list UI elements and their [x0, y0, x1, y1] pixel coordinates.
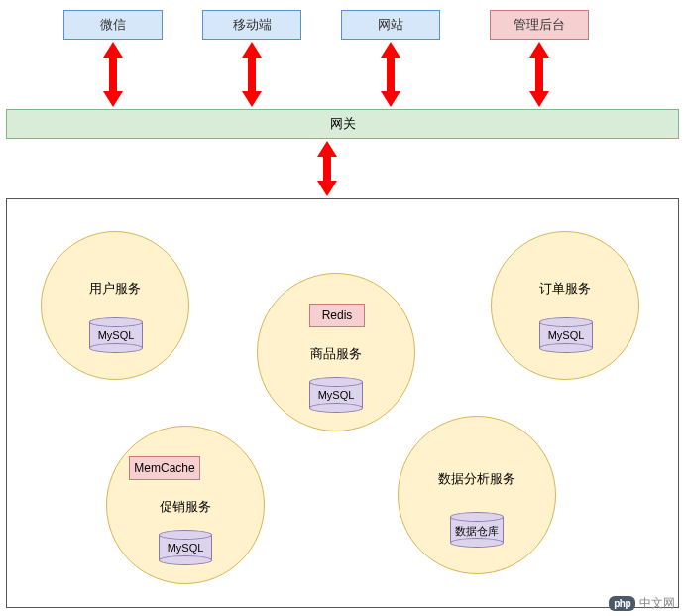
arrow-admin-gateway	[529, 42, 549, 107]
cache-promotion-label: MemCache	[134, 461, 194, 475]
gateway-label: 网关	[330, 115, 356, 133]
client-website-label: 网站	[378, 16, 403, 34]
svg-marker-4	[317, 141, 337, 196]
client-website: 网站	[341, 10, 440, 40]
gateway-box: 网关	[6, 109, 679, 139]
watermark-logo: php	[609, 596, 635, 611]
service-user-title: 用户服务	[42, 280, 188, 298]
client-wechat: 微信	[63, 10, 163, 40]
db-order: MySQL	[539, 317, 593, 353]
db-product-label: MySQL	[309, 389, 363, 401]
service-order: 订单服务 MySQL	[491, 231, 639, 380]
service-promotion-title: 促销服务	[107, 498, 264, 516]
svg-marker-0	[103, 42, 123, 107]
arrow-gateway-services	[317, 141, 337, 196]
service-analytics: 数据分析服务 数据仓库	[398, 416, 556, 574]
client-admin-label: 管理后台	[514, 16, 565, 34]
service-analytics-title: 数据分析服务	[399, 470, 555, 488]
watermark-text: 中文网	[639, 595, 675, 612]
db-user: MySQL	[89, 317, 143, 353]
arrow-wechat-gateway	[103, 42, 123, 107]
service-product-title: 商品服务	[258, 345, 414, 363]
db-order-label: MySQL	[539, 329, 593, 341]
svg-marker-3	[529, 42, 549, 107]
services-container: 用户服务 MySQL Redis 商品服务 MySQL 订单服务 MySQL M…	[6, 198, 679, 608]
service-order-title: 订单服务	[492, 280, 638, 298]
svg-marker-2	[381, 42, 400, 107]
db-analytics: 数据仓库	[450, 512, 504, 548]
service-promotion: MemCache 促销服务 MySQL	[106, 426, 265, 584]
db-product: MySQL	[309, 377, 363, 413]
client-mobile-label: 移动端	[233, 16, 272, 34]
cache-promotion: MemCache	[129, 456, 200, 480]
db-promotion-label: MySQL	[159, 542, 212, 554]
arrow-mobile-gateway	[242, 42, 262, 107]
service-product: Redis 商品服务 MySQL	[257, 273, 415, 431]
db-user-label: MySQL	[89, 329, 143, 341]
watermark: php 中文网	[609, 595, 675, 612]
client-admin: 管理后台	[490, 10, 589, 40]
client-wechat-label: 微信	[100, 16, 126, 34]
client-mobile: 移动端	[202, 10, 301, 40]
db-analytics-label: 数据仓库	[450, 524, 504, 539]
svg-marker-1	[242, 42, 262, 107]
cache-product-label: Redis	[322, 308, 353, 322]
arrow-website-gateway	[381, 42, 400, 107]
service-user: 用户服务 MySQL	[41, 231, 189, 380]
db-promotion: MySQL	[159, 530, 212, 565]
cache-product: Redis	[309, 304, 365, 327]
